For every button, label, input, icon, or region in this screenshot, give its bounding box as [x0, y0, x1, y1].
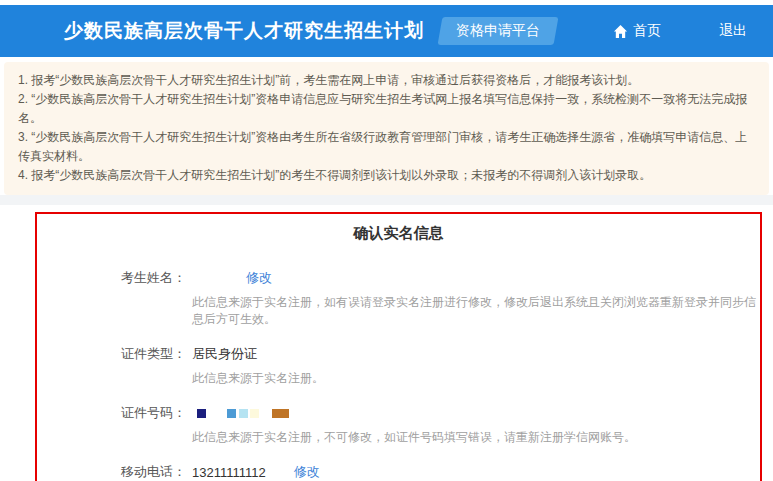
- id-type-help-text: 此信息来源于实名注册。: [192, 370, 760, 387]
- app-title: 少数民族高层次骨干人才研究生招生计划: [64, 18, 424, 44]
- field-row-id-number: 证件号码： 此信息来源于实名注册，不可修改，如证件号码填写错误，请重新注册学信网…: [37, 404, 760, 446]
- notice-item: 2. “少数民族高层次骨干人才研究生招生计划”资格申请信息应与研究生招生考试网上…: [18, 90, 755, 128]
- notice-box: 1. 报考“少数民族高层次骨干人才研究生招生计划”前，考生需在网上申请，审核通过…: [4, 62, 769, 195]
- mobile-label: 移动电话：: [121, 463, 192, 481]
- id-type-label: 证件类型：: [121, 345, 192, 363]
- home-link[interactable]: 首页: [613, 22, 661, 40]
- name-label: 考生姓名：: [121, 269, 192, 287]
- home-label: 首页: [633, 22, 661, 40]
- id-number-redaction-block: [227, 409, 236, 418]
- platform-badge-label: 资格申请平台: [456, 22, 540, 40]
- notice-item: 4. 报考“少数民族高层次骨干人才研究生招生计划”的考生不得调剂到该计划以外录取…: [18, 166, 755, 185]
- main-content: 确认实名信息 考生姓名： 修改 此信息来源于实名注册，如有误请登录实名注册进行修…: [0, 205, 773, 481]
- notice-item: 3. “少数民族高层次骨干人才研究生招生计划”资格由考生所在省级行政教育管理部门…: [18, 128, 755, 166]
- id-number-redaction-block: [197, 409, 206, 418]
- field-row-name: 考生姓名： 修改 此信息来源于实名注册，如有误请登录实名注册进行修改，修改后退出…: [37, 269, 760, 328]
- mobile-value: 13211111112: [192, 465, 266, 480]
- id-number-help-text: 此信息来源于实名注册，不可修改，如证件号码填写错误，请重新注册学信网账号。: [192, 429, 760, 446]
- name-help-text: 此信息来源于实名注册，如有误请登录实名注册进行修改，修改后退出系统且关闭浏览器重…: [192, 294, 760, 328]
- panel-title: 确认实名信息: [37, 224, 760, 243]
- platform-badge: 资格申请平台: [438, 17, 559, 45]
- id-type-value: 居民身份证: [192, 345, 257, 363]
- field-row-id-type: 证件类型： 居民身份证 此信息来源于实名注册。: [37, 345, 760, 387]
- logout-link[interactable]: 退出: [719, 22, 747, 40]
- id-number-redacted: [192, 407, 289, 420]
- section-gap: [0, 195, 773, 205]
- id-number-redaction-block: [239, 409, 248, 418]
- id-number-label: 证件号码：: [121, 404, 192, 422]
- mobile-modify-link[interactable]: 修改: [294, 463, 320, 481]
- app-header: 少数民族高层次骨干人才研究生招生计划 资格申请平台 首页 退出: [0, 5, 773, 57]
- notice-item: 1. 报考“少数民族高层次骨干人才研究生招生计划”前，考生需在网上申请，审核通过…: [18, 71, 755, 90]
- confirm-realname-panel: 确认实名信息 考生姓名： 修改 此信息来源于实名注册，如有误请登录实名注册进行修…: [35, 212, 762, 481]
- id-number-redaction-block: [272, 409, 289, 418]
- field-row-mobile: 移动电话： 13211111112 修改 此信息来源于实名注册，如有误请登录实名…: [37, 463, 760, 481]
- id-number-redaction-block: [250, 409, 259, 418]
- name-modify-link[interactable]: 修改: [246, 269, 272, 287]
- home-icon: [613, 24, 628, 39]
- header-nav: 首页 退出: [613, 22, 747, 40]
